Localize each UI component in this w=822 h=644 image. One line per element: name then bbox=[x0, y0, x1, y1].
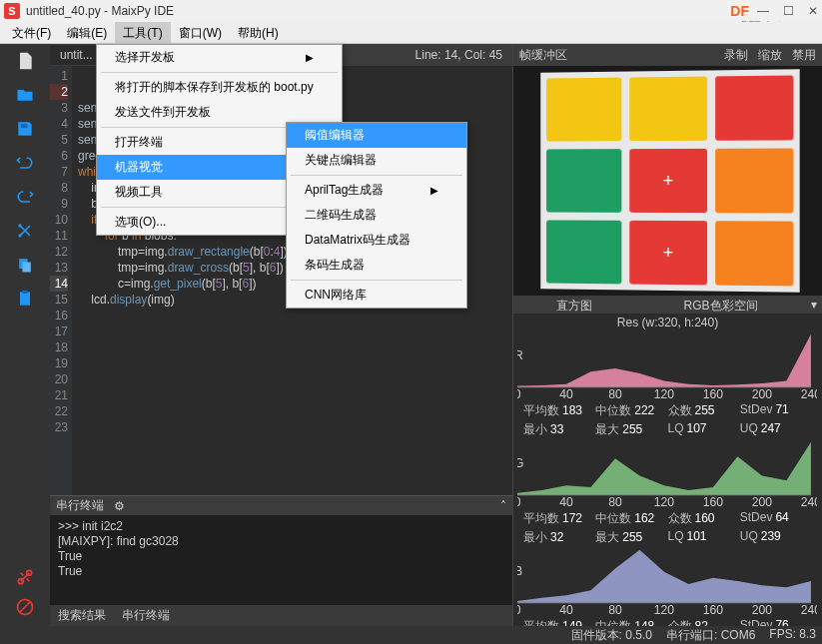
histogram-header: 直方图 RGB色彩空间 ▾ bbox=[513, 296, 822, 314]
zoom-button[interactable]: 缩放 bbox=[758, 47, 782, 64]
new-file-icon[interactable] bbox=[14, 50, 36, 72]
svg-text:40: 40 bbox=[559, 387, 573, 401]
menu-0[interactable]: 文件(F) bbox=[4, 22, 59, 43]
svg-text:160: 160 bbox=[703, 495, 724, 509]
svg-text:200: 200 bbox=[752, 495, 773, 509]
status-item: 串行端口: COM6 bbox=[666, 627, 755, 644]
menu-item[interactable]: 选择开发板▶ bbox=[97, 45, 342, 70]
svg-point-38 bbox=[27, 570, 32, 575]
histogram-charts: R04080120160200240平均数183中位数222众数255StDev… bbox=[513, 331, 822, 626]
close-icon[interactable]: ✕ bbox=[808, 4, 818, 18]
svg-point-2 bbox=[18, 224, 21, 227]
menu-item[interactable]: 条码生成器 bbox=[287, 253, 466, 278]
menu-2[interactable]: 工具(T) bbox=[115, 22, 170, 43]
svg-text:0: 0 bbox=[517, 495, 521, 509]
svg-text:120: 120 bbox=[654, 387, 675, 401]
svg-text:240: 240 bbox=[801, 387, 817, 401]
status-item: FPS: 8.3 bbox=[769, 627, 816, 644]
menu-3[interactable]: 窗口(W) bbox=[171, 22, 230, 43]
svg-text:G: G bbox=[517, 456, 523, 470]
record-button[interactable]: 录制 bbox=[724, 47, 748, 64]
terminal-settings-icon[interactable]: ⚙ bbox=[114, 499, 125, 513]
histogram-dropdown-icon[interactable]: ▾ bbox=[806, 296, 822, 314]
open-file-icon[interactable] bbox=[14, 84, 36, 106]
svg-text:40: 40 bbox=[559, 495, 573, 509]
bottom-tab[interactable]: 搜索结果 bbox=[50, 605, 114, 626]
svg-rect-5 bbox=[20, 292, 30, 305]
terminal-collapse-icon[interactable]: ˄ bbox=[500, 499, 506, 513]
menu-item[interactable]: 阈值编辑器 bbox=[287, 123, 466, 148]
machine-vision-submenu[interactable]: 阈值编辑器关键点编辑器AprilTag生成器▶二维码生成器DataMatrix码… bbox=[286, 122, 467, 309]
undo-icon[interactable] bbox=[14, 152, 36, 174]
colorspace-tab[interactable]: RGB色彩空间 bbox=[635, 296, 806, 314]
menu-item[interactable]: 二维码生成器 bbox=[287, 203, 466, 228]
svg-text:160: 160 bbox=[703, 387, 724, 401]
save-icon[interactable] bbox=[14, 118, 36, 140]
svg-text:120: 120 bbox=[654, 603, 675, 617]
svg-rect-4 bbox=[23, 263, 31, 273]
menu-item[interactable]: DataMatrix码生成器 bbox=[287, 228, 466, 253]
df-brand: DF bbox=[730, 3, 749, 19]
svg-text:240: 240 bbox=[801, 495, 817, 509]
svg-text:240: 240 bbox=[801, 603, 817, 617]
svg-text:80: 80 bbox=[608, 495, 622, 509]
terminal-header: 串行终端 ⚙ ˄ bbox=[50, 495, 512, 515]
menu-item[interactable]: CNN网络库 bbox=[287, 283, 466, 308]
svg-point-37 bbox=[18, 579, 23, 584]
svg-line-40 bbox=[20, 602, 30, 612]
right-panel: 帧缓冲区 录制 缩放 禁用 ++ 直方图 RGB色彩空间 ▾ Res (w:32… bbox=[512, 44, 822, 626]
menu-item[interactable]: 关键点编辑器 bbox=[287, 148, 466, 173]
menu-item[interactable]: AprilTag生成器▶ bbox=[287, 178, 466, 203]
left-toolbar bbox=[0, 44, 50, 626]
status-bar: 固件版本: 0.5.0串行端口: COM6FPS: 8.3 bbox=[0, 626, 822, 644]
svg-text:80: 80 bbox=[608, 387, 622, 401]
resolution-label: Res (w:320, h:240) bbox=[513, 314, 822, 331]
menu-bar: 文件(F)编辑(E)工具(T)窗口(W)帮助(H) bbox=[0, 22, 822, 44]
connect-icon[interactable] bbox=[14, 566, 36, 588]
svg-rect-6 bbox=[23, 291, 28, 294]
title-bar: S untitled_40.py - MaixPy IDE DF — ☐ ✕ bbox=[0, 0, 822, 22]
svg-text:120: 120 bbox=[654, 495, 675, 509]
window-title: untitled_40.py - MaixPy IDE bbox=[26, 4, 730, 18]
menu-item[interactable]: 将打开的脚本保存到开发板的 boot.py bbox=[97, 75, 342, 100]
svg-rect-0 bbox=[21, 124, 28, 128]
run-controls bbox=[0, 566, 50, 626]
maximize-icon[interactable]: ☐ bbox=[783, 4, 794, 18]
svg-marker-8 bbox=[517, 334, 811, 387]
rubik-cube: ++ bbox=[540, 69, 799, 292]
svg-marker-28 bbox=[517, 550, 811, 603]
terminal-title: 串行终端 bbox=[56, 497, 104, 514]
svg-point-1 bbox=[18, 234, 21, 237]
menu-1[interactable]: 编辑(E) bbox=[59, 22, 115, 43]
histogram-tab[interactable]: 直方图 bbox=[513, 296, 635, 314]
window-controls: — ☐ ✕ bbox=[757, 4, 818, 18]
camera-preview: ++ bbox=[513, 66, 822, 296]
svg-text:40: 40 bbox=[559, 603, 573, 617]
cursor-position: Line: 14, Col: 45 bbox=[415, 48, 512, 62]
app-logo: S bbox=[4, 3, 20, 19]
disable-button[interactable]: 禁用 bbox=[792, 47, 816, 64]
file-tab[interactable]: untit... bbox=[50, 45, 103, 65]
status-item: 固件版本: 0.5.0 bbox=[571, 627, 652, 644]
svg-text:200: 200 bbox=[752, 387, 773, 401]
line-gutter: 1234567891011121314151617181920212223 bbox=[50, 66, 72, 495]
framebuffer-header: 帧缓冲区 录制 缩放 禁用 bbox=[513, 44, 822, 66]
paste-icon[interactable] bbox=[14, 288, 36, 310]
minimize-icon[interactable]: — bbox=[757, 4, 769, 18]
svg-marker-18 bbox=[517, 442, 811, 495]
stop-icon[interactable] bbox=[14, 596, 36, 618]
redo-icon[interactable] bbox=[14, 186, 36, 208]
svg-text:R: R bbox=[517, 348, 523, 362]
svg-text:200: 200 bbox=[752, 603, 773, 617]
bottom-tabs: 搜索结果串行终端 bbox=[50, 605, 512, 626]
bottom-tab[interactable]: 串行终端 bbox=[114, 605, 178, 626]
svg-text:0: 0 bbox=[517, 387, 521, 401]
svg-text:160: 160 bbox=[703, 603, 724, 617]
framebuffer-title: 帧缓冲区 bbox=[519, 47, 714, 64]
menu-4[interactable]: 帮助(H) bbox=[230, 22, 287, 43]
cut-icon[interactable] bbox=[14, 220, 36, 242]
svg-text:80: 80 bbox=[608, 603, 622, 617]
serial-terminal[interactable]: >>> init i2c2[MAIXPY]: find gc3028TrueTr… bbox=[50, 515, 512, 605]
copy-icon[interactable] bbox=[14, 254, 36, 276]
svg-text:B: B bbox=[517, 564, 522, 578]
